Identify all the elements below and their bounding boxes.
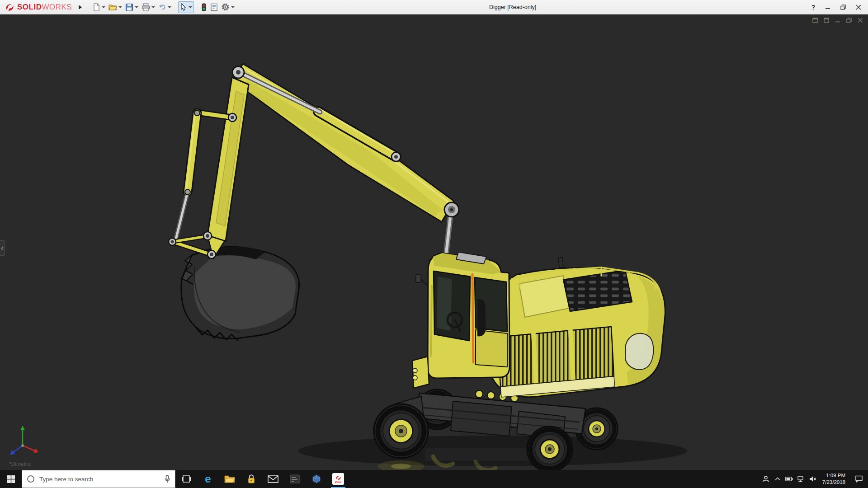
gear-icon bbox=[221, 3, 230, 11]
titlebar: SOLIDWORKS bbox=[0, 0, 868, 14]
cad-viewer-app-button[interactable] bbox=[306, 470, 327, 488]
feature-panel-collapse-arrow[interactable] bbox=[0, 240, 5, 256]
select-cursor-icon bbox=[180, 3, 187, 11]
standard-toolbar bbox=[91, 1, 236, 13]
save-icon bbox=[125, 3, 133, 11]
network-tray-button[interactable] bbox=[795, 470, 807, 488]
new-document-icon bbox=[92, 3, 100, 11]
ethernet-icon bbox=[797, 476, 805, 482]
search-placeholder: Type here to search bbox=[39, 476, 160, 483]
user-icon bbox=[762, 475, 769, 483]
chevron-left-icon bbox=[1, 246, 4, 250]
minimize-button[interactable] bbox=[821, 2, 835, 13]
child-minimize-icon[interactable] bbox=[835, 17, 841, 23]
graphics-viewport[interactable]: *Dimetric bbox=[0, 14, 868, 470]
search-input[interactable]: Type here to search bbox=[22, 470, 175, 488]
restore-button[interactable] bbox=[836, 2, 850, 13]
terminal-app-button[interactable] bbox=[284, 470, 306, 488]
clock-time: 1:09 PM bbox=[822, 472, 845, 479]
select-tool-button[interactable] bbox=[178, 1, 194, 13]
dropdown-caret[interactable] bbox=[102, 6, 105, 8]
windows-logo-icon bbox=[7, 475, 15, 483]
options-button[interactable] bbox=[220, 1, 236, 13]
start-button[interactable] bbox=[0, 470, 22, 488]
action-center-button[interactable] bbox=[850, 470, 868, 488]
close-icon bbox=[856, 5, 861, 10]
excavator-3d-model[interactable] bbox=[0, 14, 868, 470]
security-app-button[interactable] bbox=[241, 470, 262, 488]
window-controls: ? bbox=[807, 2, 865, 13]
terminal-icon bbox=[290, 474, 300, 483]
chevron-up-icon bbox=[775, 477, 780, 481]
dropdown-caret[interactable] bbox=[168, 6, 171, 8]
solidworks-2017-icon: 2017 bbox=[332, 473, 344, 485]
padlock-icon bbox=[247, 474, 255, 484]
brand-text-bold: SOLID bbox=[17, 3, 42, 11]
open-button[interactable] bbox=[107, 1, 123, 13]
print-button[interactable] bbox=[140, 1, 156, 13]
solidworks-logo: SOLIDWORKS bbox=[3, 2, 75, 12]
child-window-icon-1[interactable] bbox=[812, 17, 818, 23]
close-button[interactable] bbox=[852, 2, 865, 13]
dropdown-caret[interactable] bbox=[135, 6, 138, 8]
notification-bubble-icon bbox=[855, 475, 863, 483]
window-title: Digger [Read-only] bbox=[236, 4, 807, 10]
dropdown-caret[interactable] bbox=[118, 6, 122, 8]
restore-icon bbox=[840, 5, 846, 10]
undo-icon bbox=[158, 3, 166, 11]
rebuild-button[interactable] bbox=[199, 1, 208, 13]
battery-tray-button[interactable] bbox=[783, 470, 795, 488]
orientation-triad[interactable] bbox=[5, 419, 42, 458]
brand-text-light: WORKS bbox=[42, 3, 72, 11]
edge-browser-button[interactable]: e bbox=[197, 470, 219, 488]
help-button[interactable]: ? bbox=[807, 2, 819, 13]
taskbar: Type here to search e bbox=[0, 470, 868, 488]
menu-expand-arrow[interactable] bbox=[75, 2, 85, 12]
clock-date: 7/23/2018 bbox=[822, 479, 845, 486]
people-tray-button[interactable] bbox=[760, 470, 772, 488]
volume-tray-button[interactable] bbox=[807, 470, 819, 488]
mail-envelope-icon bbox=[268, 475, 278, 483]
file-properties-icon bbox=[210, 3, 218, 11]
solidworks-app-button[interactable]: 2017 bbox=[327, 470, 349, 488]
battery-icon bbox=[785, 477, 793, 481]
document-window-controls bbox=[812, 17, 863, 23]
new-document-button[interactable] bbox=[91, 1, 107, 13]
file-properties-button[interactable] bbox=[209, 1, 219, 13]
file-explorer-icon bbox=[224, 474, 235, 483]
edge-icon: e bbox=[205, 474, 211, 484]
cortana-circle-icon bbox=[27, 475, 35, 483]
child-close-icon[interactable] bbox=[857, 17, 863, 23]
task-view-icon bbox=[182, 475, 191, 483]
open-folder-icon bbox=[108, 3, 117, 11]
file-explorer-button[interactable] bbox=[219, 470, 241, 488]
speaker-icon bbox=[809, 476, 816, 482]
dropdown-caret[interactable] bbox=[151, 6, 155, 8]
save-button[interactable] bbox=[124, 1, 140, 13]
print-icon bbox=[142, 3, 150, 11]
dropdown-caret[interactable] bbox=[231, 6, 235, 8]
taskbar-clock[interactable]: 1:09 PM 7/23/2018 bbox=[819, 472, 850, 486]
minimize-icon bbox=[825, 5, 830, 10]
dropdown-caret[interactable] bbox=[189, 6, 192, 8]
expand-arrow-icon bbox=[78, 5, 82, 10]
ds-logo-icon bbox=[5, 2, 14, 12]
hidden-icons-button[interactable] bbox=[772, 470, 783, 488]
solidworks-year-label: 2017 bbox=[335, 481, 341, 484]
child-window-icon-2[interactable] bbox=[823, 17, 830, 23]
child-restore-icon[interactable] bbox=[846, 17, 852, 23]
system-tray: 1:09 PM 7/23/2018 bbox=[760, 470, 868, 488]
microphone-icon[interactable] bbox=[164, 475, 170, 483]
mail-app-button[interactable] bbox=[262, 470, 284, 488]
rebuild-stoplight-icon bbox=[201, 3, 207, 11]
undo-button[interactable] bbox=[157, 1, 173, 13]
task-view-button[interactable] bbox=[175, 470, 197, 488]
view-orientation-label: *Dimetric bbox=[9, 461, 31, 467]
blue-cube-icon bbox=[311, 474, 321, 484]
